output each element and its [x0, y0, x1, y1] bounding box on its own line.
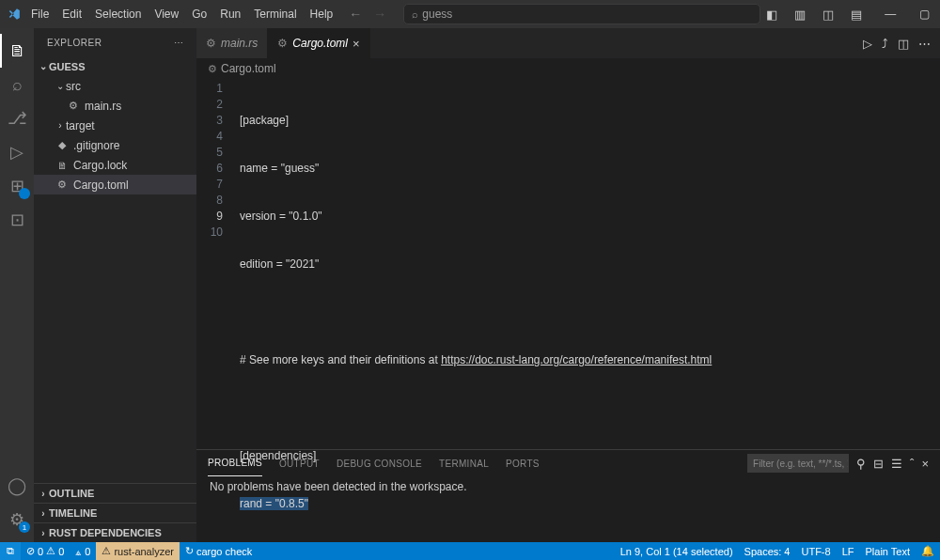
sidebar: EXPLORER ⋯ ⌄ GUESS ⌄ src ⚙ main.rs › tar…	[34, 28, 196, 542]
menu-view[interactable]: View	[148, 0, 185, 28]
activity-extra-icon[interactable]: ⊡	[0, 203, 34, 237]
activity-search-icon[interactable]: ⌕	[0, 68, 34, 101]
layout-sidebar-icon[interactable]: ◫	[817, 4, 839, 25]
file-label: Cargo.toml	[73, 179, 129, 192]
tree-file-main[interactable]: ⚙ main.rs	[34, 96, 196, 116]
tree-folder-target[interactable]: › target	[34, 116, 196, 135]
window-minimize-button[interactable]: —	[873, 0, 907, 28]
manifest-link[interactable]: https://doc.rust-lang.org/cargo/referenc…	[441, 353, 712, 366]
chevron-right-icon: ›	[38, 508, 49, 519]
activity-bar: 🗎 ⌕ ⎇ ▷ ⊞ ⊡ ◯ ⚙1	[0, 28, 34, 542]
code-line: rand = "0.8.5"	[240, 496, 940, 512]
sidebar-header: EXPLORER ⋯	[34, 28, 196, 56]
warning-icon: ⚠	[102, 545, 111, 557]
line-gutter: 1 2 3 4 5 6 7 8 9 10	[196, 79, 240, 449]
search-text: guess	[422, 8, 452, 21]
status-rust-analyzer[interactable]: ⚠rust-analyzer	[96, 542, 180, 560]
project-name: GUESS	[49, 61, 86, 72]
gear-icon: ⚙	[55, 179, 70, 191]
badge-icon: 1	[19, 521, 30, 533]
layout-primary-icon[interactable]: ◧	[760, 4, 783, 25]
error-count: 0	[38, 546, 43, 557]
tab-main-rs[interactable]: ⚙ main.rs	[196, 28, 268, 58]
code-line	[240, 304, 940, 320]
code-line: # See more keys and their definitions at…	[240, 352, 940, 368]
menu-help[interactable]: Help	[304, 0, 340, 28]
menu-run[interactable]: Run	[213, 0, 247, 28]
chevron-down-icon: ⌄	[55, 81, 66, 91]
menu-edit[interactable]: Edit	[55, 0, 88, 28]
status-remote-button[interactable]: ⧉	[0, 542, 21, 560]
menu-go[interactable]: Go	[185, 0, 213, 28]
line-number: 4	[196, 129, 223, 145]
activity-account-icon[interactable]: ◯	[0, 469, 34, 503]
window-maximize-button[interactable]: ▢	[907, 0, 940, 28]
activity-settings-icon[interactable]: ⚙1	[0, 503, 34, 537]
file-label: .gitignore	[73, 139, 119, 152]
badge-icon	[19, 188, 30, 199]
sync-icon: ↻	[185, 545, 194, 557]
code-line	[240, 400, 940, 416]
activity-debug-icon[interactable]: ▷	[0, 135, 34, 169]
status-ports[interactable]: ⟁0	[70, 542, 96, 560]
breadcrumb[interactable]: ⚙ Cargo.toml	[196, 58, 940, 79]
editor-area: ⚙ main.rs ⚙ Cargo.toml × ▷ ⤴ ◫ ⋯ ⚙ Cargo…	[196, 28, 940, 542]
remote-icon: ⧉	[7, 545, 14, 557]
menu-selection[interactable]: Selection	[88, 0, 148, 28]
nav-back-icon[interactable]: ←	[349, 7, 362, 22]
warning-icon: ⚠	[46, 545, 55, 557]
run-icon[interactable]: ▷	[863, 37, 872, 51]
activity-explorer-icon[interactable]: 🗎	[0, 34, 34, 68]
folder-label: src	[66, 80, 81, 93]
menu-bar: File Edit Selection View Go Run Terminal…	[24, 0, 339, 28]
sidebar-project-header[interactable]: ⌄ GUESS	[34, 56, 196, 76]
rust-file-icon: ⚙	[66, 100, 81, 112]
tab-label: Cargo.toml	[292, 37, 348, 50]
section-rust-deps[interactable]: › RUST DEPENDENCIES	[34, 522, 196, 542]
file-icon: 🗎	[55, 160, 70, 171]
activity-scm-icon[interactable]: ⎇	[0, 101, 34, 135]
layout-panel-icon[interactable]: ▥	[789, 4, 811, 25]
share-icon[interactable]: ⤴	[882, 37, 888, 51]
tree-file-gitignore[interactable]: ◆ .gitignore	[34, 135, 196, 155]
sidebar-title: EXPLORER	[47, 38, 102, 48]
more-actions-icon[interactable]: ⋯	[918, 37, 931, 51]
line-number: 10	[196, 225, 223, 241]
line-number: 5	[196, 145, 223, 161]
layout-customize-icon[interactable]: ▤	[845, 4, 868, 25]
tab-label: main.rs	[221, 37, 258, 50]
section-label: OUTLINE	[49, 488, 94, 499]
minimap[interactable]	[872, 79, 938, 449]
tree-file-cargotoml[interactable]: ⚙ Cargo.toml	[34, 175, 196, 194]
code-line	[240, 544, 940, 560]
activity-extensions-icon[interactable]: ⊞	[0, 169, 34, 203]
tab-cargo-toml[interactable]: ⚙ Cargo.toml ×	[268, 28, 369, 58]
menu-file[interactable]: File	[24, 0, 55, 28]
status-problems[interactable]: ⊘0 ⚠0	[21, 542, 70, 560]
nav-forward-icon[interactable]: →	[373, 7, 386, 22]
code-editor[interactable]: 1 2 3 4 5 6 7 8 9 10 [package] name = "g…	[196, 79, 940, 449]
code-line: edition = "2021"	[240, 257, 940, 272]
menu-terminal[interactable]: Terminal	[247, 0, 303, 28]
chevron-right-icon: ›	[38, 528, 49, 538]
code-line: version = "0.1.0"	[240, 209, 940, 225]
code-content[interactable]: [package] name = "guess" version = "0.1.…	[240, 79, 940, 449]
warning-count: 0	[58, 546, 64, 557]
selection: rand = "0.8.5"	[240, 497, 308, 510]
command-center[interactable]: ⌕ guess	[403, 4, 760, 24]
split-editor-icon[interactable]: ◫	[898, 37, 909, 51]
code-line: name = "guess"	[240, 161, 940, 177]
file-label: main.rs	[85, 100, 121, 113]
code-line: [package]	[240, 113, 940, 129]
file-icon: ◆	[55, 139, 70, 151]
tree-file-cargolock[interactable]: 🗎 Cargo.lock	[34, 155, 196, 175]
file-label: Cargo.lock	[73, 159, 127, 172]
rust-label: rust-analyzer	[114, 546, 174, 557]
section-outline[interactable]: › OUTLINE	[34, 483, 196, 503]
section-timeline[interactable]: › TIMELINE	[34, 503, 196, 522]
chevron-down-icon: ⌄	[38, 61, 49, 71]
tree-folder-src[interactable]: ⌄ src	[34, 76, 196, 96]
sidebar-more-icon[interactable]: ⋯	[174, 38, 184, 48]
tab-close-icon[interactable]: ×	[352, 37, 360, 51]
file-tree: ⌄ src ⚙ main.rs › target ◆ .gitignore 🗎 …	[34, 76, 196, 194]
